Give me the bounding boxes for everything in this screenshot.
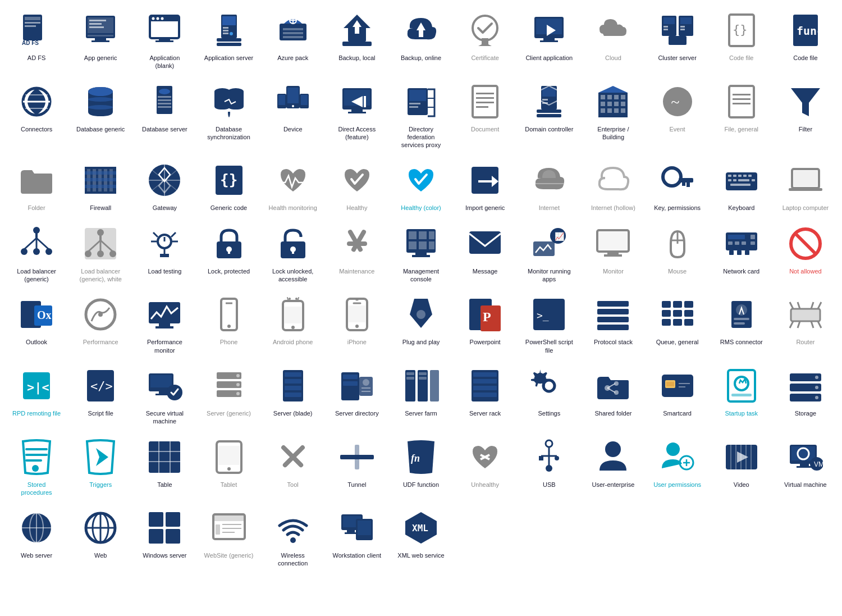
icon-item-cluster-server[interactable]: Cluster server (647, 6, 708, 75)
icon-item-connectors[interactable]: Connectors (6, 77, 67, 154)
icon-item-folder[interactable]: Folder (6, 156, 67, 216)
icon-item-backup-local[interactable]: Backup, local (326, 6, 388, 75)
icon-item-powerpoint[interactable]: P Powerpoint (454, 290, 516, 359)
icon-item-internet-hollow[interactable]: Internet (hollow) (582, 156, 644, 216)
icon-item-file-general[interactable]: File, general (711, 77, 772, 154)
icon-item-stored-procedures[interactable]: Stored procedures (6, 432, 67, 501)
icon-item-tool[interactable]: Tool (262, 432, 324, 501)
icon-item-script-file[interactable]: </> Script file (70, 361, 131, 430)
icon-item-network-card[interactable]: Network card (711, 219, 772, 288)
icon-item-management-console[interactable]: Management console (390, 219, 452, 288)
icon-item-certificate[interactable]: Certificate (454, 6, 516, 75)
icon-item-server-generic[interactable]: Server (generic) (198, 361, 259, 430)
icon-item-tablet[interactable]: Tablet (198, 432, 259, 501)
icon-item-udf-function[interactable]: fn UDF function (390, 432, 452, 501)
icon-item-virtual-machine[interactable]: VM Virtual machine (775, 432, 836, 501)
icon-item-phone[interactable]: Phone (198, 290, 259, 359)
icon-item-server-farm[interactable]: Server farm (390, 361, 452, 430)
icon-item-domain-controller[interactable]: Domain controller (518, 77, 580, 154)
icon-item-powershell[interactable]: >_ PowerShell script file (518, 290, 580, 359)
icon-item-secure-vm[interactable]: Secure virtual machine (134, 361, 195, 430)
load-balancer-white-label: Load balancer (generic), white (75, 267, 126, 284)
icon-item-ad-fs[interactable]: AD FS AD FS (6, 6, 67, 75)
icon-item-backup-online[interactable]: Backup, online (390, 6, 452, 75)
icon-item-event[interactable]: ~ Event (647, 77, 708, 154)
icon-item-healthy-gray[interactable]: Healthy (326, 156, 388, 216)
icon-item-video[interactable]: Video (711, 432, 772, 501)
icon-item-storage[interactable]: Storage (775, 361, 836, 430)
icon-item-user-enterprise[interactable]: User-enterprise (582, 432, 644, 501)
script-file-icon: </> (80, 366, 121, 406)
icon-item-server-directory[interactable]: Server directory (326, 361, 388, 430)
icon-item-workstation-client[interactable]: Workstation client (326, 503, 388, 572)
icon-item-performance[interactable]: Performance (70, 290, 131, 359)
icon-item-tunnel[interactable]: Tunnel (326, 432, 388, 501)
icon-item-monitor[interactable]: Monitor (582, 219, 644, 288)
icon-item-smartcard[interactable]: Smartcard (647, 361, 708, 430)
icon-item-xml-web-service[interactable]: XML XML web service (390, 503, 452, 572)
icon-item-startup-task[interactable]: Startup task (711, 361, 772, 430)
icon-item-server-blade[interactable]: Server (blade) (262, 361, 324, 430)
icon-item-outlook[interactable]: Ox Outlook (6, 290, 67, 359)
icon-item-document[interactable]: Document (454, 77, 516, 154)
icon-item-usb[interactable]: USB (518, 432, 580, 501)
icon-item-triggers[interactable]: Triggers (70, 432, 131, 501)
icon-item-protocol-stack[interactable]: Protocol stack (582, 290, 644, 359)
icon-item-router[interactable]: Router (775, 290, 836, 359)
icon-item-maintenance[interactable]: Maintenance (326, 219, 388, 288)
icon-item-web[interactable]: Web (70, 503, 131, 572)
icon-item-application-server[interactable]: Application server (198, 6, 259, 75)
icon-item-filter[interactable]: Filter (775, 77, 836, 154)
icon-item-unhealthy[interactable]: Unhealthy (454, 432, 516, 501)
icon-item-monitor-running[interactable]: 📈 Monitor running apps (518, 219, 580, 288)
icon-item-healthy-color[interactable]: Healthy (color) (390, 156, 452, 216)
icon-item-server-rack[interactable]: Server rack (454, 361, 516, 430)
icon-item-rms-connector[interactable]: RMS connector (711, 290, 772, 359)
icon-item-enterprise-building[interactable]: Enterprise / Building (582, 77, 644, 154)
icon-item-device[interactable]: Device (262, 77, 324, 154)
icon-item-generic-code[interactable]: {} Generic code (198, 156, 259, 216)
icon-item-cloud[interactable]: Cloud (582, 6, 644, 75)
icon-item-dir-fed-proxy[interactable]: Directory federation services proxy (390, 77, 452, 154)
icon-item-android-phone[interactable]: Android phone (262, 290, 324, 359)
icon-item-load-testing[interactable]: Load testing (134, 219, 195, 288)
icon-item-mouse[interactable]: Mouse (647, 219, 708, 288)
icon-item-load-balancer-white[interactable]: Load balancer (generic), white (70, 219, 131, 288)
icon-item-database-generic[interactable]: Database generic (70, 77, 131, 154)
icon-item-code-file-gray[interactable]: {} Code file (711, 6, 772, 75)
icon-item-settings[interactable]: Settings (518, 361, 580, 430)
icon-item-code-file-blue[interactable]: func() Code file (775, 6, 836, 75)
icon-item-queue-general[interactable]: Queue, general (647, 290, 708, 359)
icon-item-wireless-connection[interactable]: Wireless connection (262, 503, 324, 572)
icon-item-load-balancer[interactable]: Load balancer (generic) (6, 219, 67, 288)
icon-item-client-application[interactable]: Client application (518, 6, 580, 75)
icon-item-azure-pack[interactable]: Azure pack (262, 6, 324, 75)
icon-item-table[interactable]: Table (134, 432, 195, 501)
icon-item-user-permissions[interactable]: User permissions (647, 432, 708, 501)
icon-item-iphone[interactable]: iPhone (326, 290, 388, 359)
icon-item-plug-play[interactable]: Plug and play (390, 290, 452, 359)
icon-item-import-generic[interactable]: Import generic (454, 156, 516, 216)
icon-item-website-generic[interactable]: WebSite (generic) (198, 503, 259, 572)
icon-item-internet[interactable]: Internet (518, 156, 580, 216)
icon-item-message[interactable]: Message (454, 219, 516, 288)
icon-item-health-monitoring[interactable]: Health monitoring (262, 156, 324, 216)
icon-item-not-allowed[interactable]: Not allowed (775, 219, 836, 288)
icon-item-laptop-computer[interactable]: Laptop computer (775, 156, 836, 216)
icon-item-direct-access[interactable]: Direct Access (feature) (326, 77, 388, 154)
icon-item-firewall[interactable]: Firewall (70, 156, 131, 216)
icon-item-database-sync[interactable]: Database synchronization (198, 77, 259, 154)
icon-item-gateway[interactable]: Gateway (134, 156, 195, 216)
icon-item-keyboard[interactable]: Keyboard (711, 156, 772, 216)
icon-item-shared-folder[interactable]: Shared folder (582, 361, 644, 430)
icon-item-app-generic[interactable]: App generic (70, 6, 131, 75)
icon-item-key-permissions[interactable]: Key, permissions (647, 156, 708, 216)
icon-item-lock-unlocked[interactable]: Lock unlocked, accessible (262, 219, 324, 288)
icon-item-rpd-remoting[interactable]: >|< RPD remoting file (6, 361, 67, 430)
icon-item-database-server[interactable]: Database server (134, 77, 195, 154)
icon-item-web-server[interactable]: Web server (6, 503, 67, 572)
icon-item-lock-protected[interactable]: Lock, protected (198, 219, 259, 288)
icon-item-windows-server[interactable]: Windows server (134, 503, 195, 572)
icon-item-application-blank[interactable]: Application (blank) (134, 6, 195, 75)
icon-item-performance-monitor[interactable]: Performance monitor (134, 290, 195, 359)
